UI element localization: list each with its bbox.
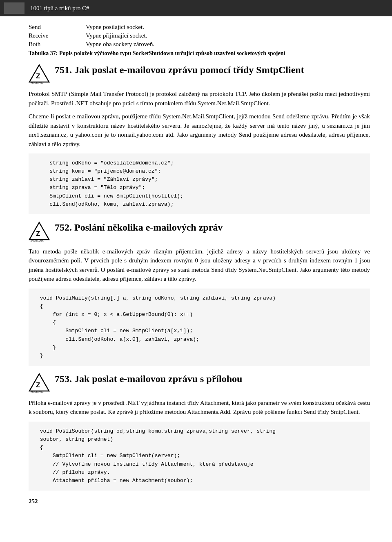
svg-text:ZAČKTEČNÍK: ZAČKTEČNÍK: [31, 240, 44, 242]
table-row: Both Vypne oba sockety zároveň.: [29, 41, 370, 48]
section-751-title-text: Jak poslat e-mailovou zprávu pomocí tříd…: [74, 64, 304, 75]
svg-text:Z: Z: [36, 72, 40, 80]
header-left-block: [4, 2, 24, 14]
badge-753: Z ZAČKTEČNÍK: [29, 372, 50, 393]
svg-text:ZAČKTEČNÍK: ZAČKTEČNÍK: [31, 82, 44, 84]
section-753-heading-row: Z ZAČKTEČNÍK 753. Jak poslat e-mailovou …: [29, 373, 370, 394]
table-caption: Tabulka 37: Popis položek výčtového typu…: [29, 50, 370, 57]
table-caption-text: Tabulka 37: Popis položek výčtového typu…: [29, 50, 285, 56]
section-753-title: 753. Jak poslat e-mailovou zprávu s příl…: [55, 373, 242, 385]
header-title: 1001 tipů a triků pro C#: [30, 5, 89, 12]
section-752-title-block: 752. Poslání několika e-mailových zpráv: [55, 222, 223, 233]
table-val-both: Vypne oba sockety zároveň.: [86, 41, 370, 48]
section-752-code: void PosliMaily(string[,] a, string odKo…: [29, 289, 370, 366]
table-col-both: Both: [29, 41, 86, 48]
section-752-number: 752.: [55, 222, 74, 233]
table-row: Receive Vypne přijímající socket.: [29, 32, 370, 39]
section-751-title: 751. Jak poslat e-mailovou zprávu pomocí…: [55, 64, 304, 76]
badge-751: Z ZAČKTEČNÍK: [29, 63, 50, 84]
section-751-body1: Protokol SMTP (Simple Mail Transfer Prot…: [29, 89, 370, 108]
svg-text:ZAČKTEČNÍK: ZAČKTEČNÍK: [31, 391, 44, 393]
section-753-title-text: Jak poslat e-mailovou zprávu s přílohou: [74, 373, 242, 384]
svg-text:Z: Z: [36, 381, 40, 389]
header-bar: 1001 tipů a triků pro C#: [0, 0, 392, 16]
section-751-code: string odKoho = "odesilatel@domena.cz"; …: [29, 153, 370, 214]
table-row: Send Vypne posílající socket.: [29, 24, 370, 31]
table-col-receive: Receive: [29, 32, 86, 39]
section-753-body1: Příloha e-mailové zprávy je v prostředí …: [29, 398, 370, 417]
section-751-body2: Chceme-li poslat e-mailovou zprávu, použ…: [29, 112, 370, 149]
svg-text:Z: Z: [36, 230, 40, 238]
page-number: 252: [29, 498, 370, 505]
table-section: Send Vypne posílající socket. Receive Vy…: [29, 24, 370, 57]
section-753-number: 753.: [55, 373, 74, 384]
badge-752: Z ZAČKTEČNÍK: [29, 221, 50, 242]
section-751-heading-row: Z ZAČKTEČNÍK 751. Jak poslat e-mailovou …: [29, 64, 370, 85]
section-753-code: void PošliSoubor(string od,string komu,s…: [29, 422, 370, 491]
section-753-title-block: 753. Jak poslat e-mailovou zprávu s příl…: [55, 373, 242, 385]
table-val-receive: Vypne přijímající socket.: [86, 32, 370, 39]
section-752-body1: Tato metoda pošle několik e-mailových zp…: [29, 247, 370, 284]
section-751-number: 751.: [55, 64, 74, 75]
section-751-title-block: 751. Jak poslat e-mailovou zprávu pomocí…: [55, 64, 304, 76]
section-752-title: 752. Poslání několika e-mailových zpráv: [55, 222, 223, 233]
table-val-send: Vypne posílající socket.: [86, 24, 370, 31]
main-content: Send Vypne posílající socket. Receive Vy…: [0, 16, 392, 517]
section-752-title-text: Poslání několika e-mailových zpráv: [74, 222, 223, 233]
section-752-heading-row: Z ZAČKTEČNÍK 752. Poslání několika e-mai…: [29, 222, 370, 243]
table-col-send: Send: [29, 24, 86, 31]
